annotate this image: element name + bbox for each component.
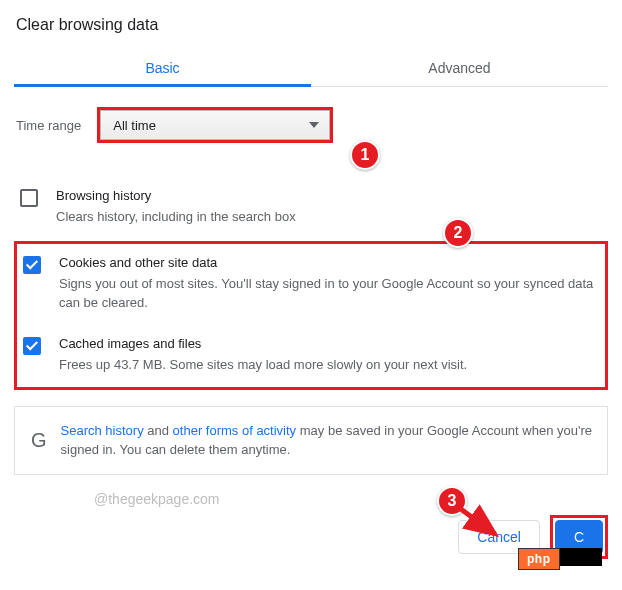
chevron-down-icon (309, 122, 319, 128)
checkbox-cookies[interactable] (23, 256, 41, 274)
watermark: @thegeekpage.com (14, 485, 608, 507)
item-desc: Clears history, including in the search … (56, 207, 602, 227)
annotation-arrow-icon (453, 502, 513, 547)
item-desc: Signs you out of most sites. You'll stay… (59, 274, 599, 313)
tab-advanced[interactable]: Advanced (311, 48, 608, 86)
clear-browsing-data-dialog: Clear browsing data Basic Advanced Time … (0, 0, 622, 573)
timerange-row: Time range All time (14, 103, 608, 149)
item-cookies: Cookies and other site data Signs you ou… (17, 244, 605, 325)
item-cache: Cached images and files Frees up 43.7 MB… (17, 325, 605, 387)
item-title: Cached images and files (59, 335, 599, 353)
svg-line-1 (458, 507, 495, 534)
item-browsing-history: Browsing history Clears history, includi… (14, 177, 608, 239)
google-logo-icon: G (29, 425, 47, 455)
annotation-badge-1: 1 (350, 140, 380, 170)
timerange-label: Time range (16, 118, 81, 133)
item-title: Cookies and other site data (59, 254, 599, 272)
item-title: Browsing history (56, 187, 602, 205)
checkbox-cache[interactable] (23, 337, 41, 355)
info-text: Search history and other forms of activi… (61, 421, 593, 460)
items-list: Browsing history Clears history, includi… (14, 177, 608, 390)
annotation-highlight-2: Cookies and other site data Signs you ou… (14, 241, 608, 390)
timerange-value: All time (113, 118, 156, 133)
link-other-activity[interactable]: other forms of activity (173, 423, 297, 438)
google-account-info: G Search history and other forms of acti… (14, 406, 608, 475)
annotation-badge-2: 2 (443, 218, 473, 248)
checkbox-browsing-history[interactable] (20, 189, 38, 207)
black-strip-overlay (560, 548, 602, 566)
tab-basic[interactable]: Basic (14, 48, 311, 86)
tabs: Basic Advanced (14, 48, 608, 87)
php-watermark: php (518, 548, 560, 570)
timerange-select[interactable]: All time (100, 110, 330, 140)
annotation-highlight-1: All time (97, 107, 333, 143)
dialog-title: Clear browsing data (14, 10, 608, 48)
item-desc: Frees up 43.7 MB. Some sites may load mo… (59, 355, 599, 375)
link-search-history[interactable]: Search history (61, 423, 144, 438)
